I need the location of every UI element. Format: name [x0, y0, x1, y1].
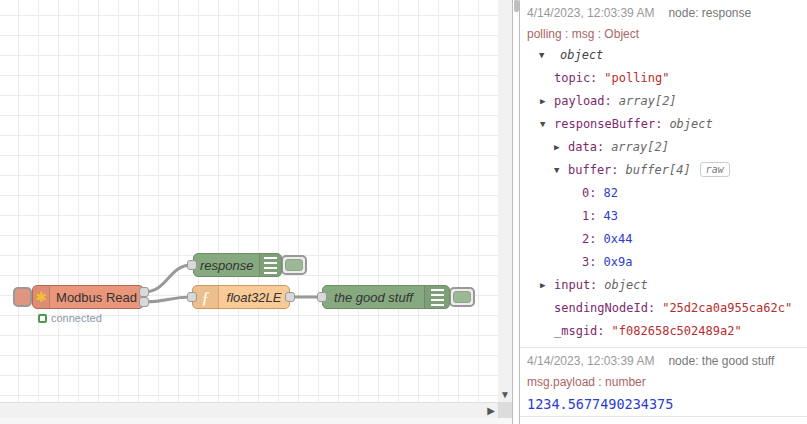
tree-key: 2: — [582, 232, 596, 246]
tree-key: data: — [568, 140, 604, 154]
response-debug-toggle-button[interactable] — [281, 255, 307, 275]
debug-lines-icon — [431, 289, 444, 306]
debug-icon — [259, 254, 281, 276]
modbus-icon: ✱ — [33, 286, 50, 308]
modbus-icon-glyph: ✱ — [35, 290, 47, 304]
modbus-status: connected — [38, 312, 102, 324]
tree-value: "25d2ca0a955ca62c" — [662, 301, 792, 315]
tree-value: object — [560, 48, 603, 62]
expand-arrow-icon[interactable]: ▼ — [554, 159, 568, 182]
tree-row: ▶payload:array[2] — [527, 90, 807, 113]
tree-row: 3:0x9a — [527, 251, 807, 274]
scrollbar-corner — [498, 402, 512, 419]
bottom-strip — [0, 418, 512, 424]
scroll-right-icon[interactable]: ▶ — [487, 405, 495, 416]
node-float32le[interactable]: ƒ float32LE — [192, 285, 290, 309]
debug-object-tree: ▼object topic:"polling" ▶payload:array[2… — [527, 44, 807, 343]
debug-sidebar: 4/14/2023, 12:03:39 AMnode: response pol… — [520, 0, 807, 424]
float32le-output-port[interactable] — [285, 292, 295, 302]
function-icon-glyph: ƒ — [201, 289, 210, 306]
debug-payload-value: 1234.5677490234375 — [527, 396, 807, 412]
tree-row: ▼buffer:buffer[4]raw — [527, 159, 807, 182]
tree-value: 82 — [603, 186, 617, 200]
debug-timestamp: 4/14/2023, 12:03:39 AM — [527, 354, 654, 368]
expand-arrow-icon[interactable]: ▶ — [540, 274, 554, 297]
tree-key: _msgid: — [554, 324, 605, 338]
node-response[interactable]: response — [193, 253, 282, 277]
tree-value: "f082658c502489a2" — [612, 324, 742, 338]
canvas-horizontal-scrollbar[interactable]: ▶ — [0, 402, 498, 418]
tree-key: 0: — [582, 186, 596, 200]
wire-modbus-to-response[interactable] — [144, 265, 192, 292]
tree-row: ▶input:object — [527, 274, 807, 297]
debug-message-goodstuff: 4/14/2023, 12:03:39 AMnode: the good stu… — [520, 348, 807, 417]
goodstuff-debug-toggle-button[interactable] — [449, 287, 475, 307]
debug-topic: msg.payload : number — [527, 375, 807, 389]
expand-arrow-icon[interactable]: ▶ — [540, 90, 554, 113]
debug-toggle-inner — [285, 259, 303, 271]
tree-row: sendingNodeId:"25d2ca0a955ca62c" — [527, 297, 807, 320]
scroll-down-icon[interactable]: ▼ — [500, 389, 510, 400]
tree-key: input: — [554, 278, 597, 292]
modbus-node-button[interactable] — [13, 287, 32, 307]
debug-message-meta: 4/14/2023, 12:03:39 AMnode: response — [527, 6, 807, 20]
debug-message-response: 4/14/2023, 12:03:39 AMnode: response pol… — [520, 0, 807, 348]
status-text: connected — [51, 312, 102, 324]
tree-key: payload: — [554, 94, 612, 108]
modbus-output-port-1[interactable] — [139, 287, 149, 297]
debug-source-node: node: response — [668, 6, 751, 20]
tree-row: ▶data:array[2] — [527, 136, 807, 159]
debug-toggle-inner — [453, 291, 471, 303]
tree-row: _msgid:"f082658c502489a2" — [527, 320, 807, 343]
node-label: response — [194, 254, 259, 276]
node-red-window: ✱ Modbus Read connected response ƒ float… — [0, 0, 807, 424]
node-label: float32LE — [219, 286, 289, 308]
debug-icon — [424, 286, 449, 308]
tree-value: array[2] — [619, 94, 677, 108]
expand-arrow-icon[interactable]: ▶ — [554, 136, 568, 159]
response-input-port[interactable] — [187, 260, 197, 270]
goodstuff-input-port[interactable] — [317, 292, 327, 302]
expand-arrow-icon[interactable]: ▼ — [540, 113, 554, 136]
tree-value: object — [604, 278, 647, 292]
tree-value: 0x9a — [603, 255, 632, 269]
tree-key: sendingNodeId: — [554, 301, 655, 315]
float32le-input-port[interactable] — [187, 292, 197, 302]
debug-message-meta: 4/14/2023, 12:03:39 AMnode: the good stu… — [527, 354, 807, 368]
modbus-output-port-2[interactable] — [139, 297, 149, 307]
tree-key: topic: — [554, 71, 597, 85]
tree-row: ▼object — [527, 44, 807, 67]
debug-empty-area — [520, 417, 807, 423]
tree-value: array[2] — [611, 140, 669, 154]
debug-timestamp: 4/14/2023, 12:03:39 AM — [527, 6, 654, 20]
tree-row: ▼responseBuffer:object — [527, 113, 807, 136]
node-label: Modbus Read — [50, 286, 143, 308]
wire-modbus-to-float32le[interactable] — [144, 297, 192, 302]
tree-row: 1:43 — [527, 205, 807, 228]
tree-row: 0:82 — [527, 182, 807, 205]
debug-lines-icon — [264, 257, 277, 274]
tree-key: 3: — [582, 255, 596, 269]
tree-value: buffer[4] — [626, 163, 691, 177]
tree-value: 0x44 — [603, 232, 632, 246]
tree-key: buffer: — [568, 163, 619, 177]
expand-arrow-icon[interactable]: ▼ — [539, 44, 553, 67]
debug-source-node: node: the good stuff — [668, 354, 774, 368]
tree-value: object — [669, 117, 712, 131]
payload-number: 1234.5677490234375 — [527, 396, 673, 412]
tree-value: "polling" — [604, 71, 669, 85]
node-the-good-stuff[interactable]: the good stuff — [322, 285, 450, 309]
raw-toggle-button[interactable]: raw — [700, 162, 730, 177]
node-modbus-read[interactable]: ✱ Modbus Read — [32, 285, 144, 309]
tree-key: responseBuffer: — [554, 117, 662, 131]
canvas-vertical-scrollbar[interactable]: ▼ — [498, 0, 512, 402]
tree-row: topic:"polling" — [527, 67, 807, 90]
wire-layer — [0, 0, 498, 402]
flow-canvas[interactable]: ✱ Modbus Read connected response ƒ float… — [0, 0, 498, 402]
tree-row: 2:0x44 — [527, 228, 807, 251]
node-label: the good stuff — [323, 286, 424, 308]
tree-key: 1: — [582, 209, 596, 223]
tree-value: 43 — [603, 209, 617, 223]
status-ring-icon — [38, 314, 47, 323]
debug-topic: polling : msg : Object — [527, 27, 807, 41]
